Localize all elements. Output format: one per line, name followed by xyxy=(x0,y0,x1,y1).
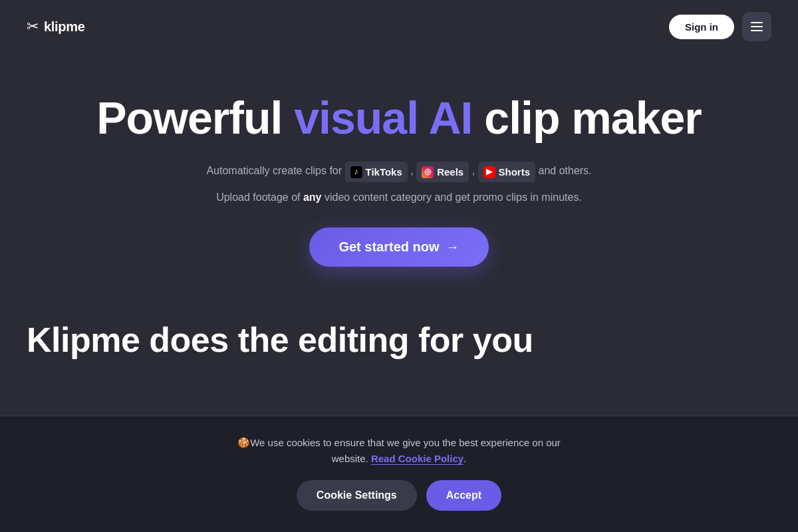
cookie-banner: 🍪We use cookies to ensure that we give y… xyxy=(0,416,798,532)
comma-2: , xyxy=(472,165,478,176)
subtitle2-end: video content category and get promo cli… xyxy=(322,192,582,203)
cookie-period: . xyxy=(464,453,466,464)
hero-subtitle: Automatically create clips for ♪ TikToks… xyxy=(206,162,591,182)
cookie-policy-link[interactable]: Read Cookie Policy xyxy=(371,453,464,465)
youtube-icon: ▶ xyxy=(483,166,495,178)
nav-right: Sign in xyxy=(669,12,771,41)
instagram-icon: ◎ xyxy=(422,166,434,178)
subtitle-intro: Automatically create clips for xyxy=(206,165,344,176)
subtitle2-start: Upload footage of xyxy=(216,192,303,203)
tiktok-label: TikToks xyxy=(366,163,402,181)
cta-label: Get started now xyxy=(338,239,439,255)
get-started-button[interactable]: Get started now → xyxy=(309,227,488,267)
subtitle-end: and others. xyxy=(539,165,592,176)
tiktok-badge: ♪ TikToks xyxy=(345,162,408,182)
tiktok-icon: ♪ xyxy=(350,166,362,178)
instagram-badge: ◎ Reels xyxy=(416,162,469,182)
hero-subtitle2: Upload footage of any video content cate… xyxy=(216,192,582,203)
hero-title: Powerful visual AI clip maker xyxy=(96,93,702,143)
editing-section: Klipme does the editing for you xyxy=(0,293,798,360)
logo-icon: ✂ xyxy=(27,18,39,35)
cookie-buttons: Cookie Settings Accept xyxy=(297,480,501,511)
youtube-label: Shorts xyxy=(499,163,531,181)
subtitle2-bold: any xyxy=(303,192,322,203)
navbar: ✂ klipme Sign in xyxy=(0,0,798,53)
section-title: Klipme does the editing for you xyxy=(27,320,771,360)
youtube-badge: ▶ Shorts xyxy=(478,162,536,182)
menu-line-2 xyxy=(751,26,763,27)
hero-section: Powerful visual AI clip maker Automatica… xyxy=(0,53,798,293)
signin-button[interactable]: Sign in xyxy=(669,15,734,39)
hero-title-highlight: visual AI xyxy=(294,92,472,143)
cookie-text: 🍪We use cookies to ensure that we give y… xyxy=(233,435,565,467)
cookie-settings-button[interactable]: Cookie Settings xyxy=(297,480,417,511)
hero-title-part2: clip maker xyxy=(472,92,701,143)
hero-title-part1: Powerful xyxy=(96,92,294,143)
menu-button[interactable] xyxy=(742,12,771,41)
logo-text: klipme xyxy=(44,19,85,35)
instagram-label: Reels xyxy=(437,163,464,181)
menu-line-3 xyxy=(751,30,763,31)
logo: ✂ klipme xyxy=(27,18,85,35)
menu-line-1 xyxy=(751,22,763,23)
cta-arrow-icon: → xyxy=(446,239,460,255)
comma-1: , xyxy=(410,165,416,176)
cookie-accept-button[interactable]: Accept xyxy=(426,480,501,511)
